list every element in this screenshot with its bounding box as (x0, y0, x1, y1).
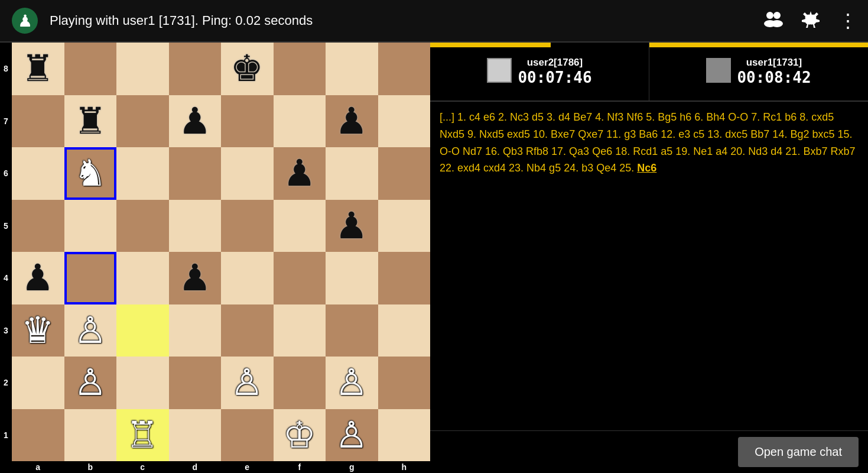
square-b6[interactable]: ♞ (64, 147, 117, 200)
square-h1[interactable] (378, 409, 431, 462)
file-h: h (378, 461, 431, 473)
square-a4[interactable]: ♟ (12, 252, 64, 304)
square-h8[interactable] (378, 43, 431, 95)
square-c5[interactable] (116, 200, 169, 252)
square-e5[interactable] (221, 200, 274, 252)
square-a7[interactable] (12, 95, 64, 148)
square-c4[interactable] (116, 252, 169, 304)
square-h2[interactable] (378, 357, 431, 409)
chess-board[interactable]: ♜♚♜♟♟♞♟♟♟♟♛♙♙♙♙♖♔♙ (12, 43, 430, 461)
square-f5[interactable] (274, 200, 326, 252)
square-a2[interactable] (12, 357, 64, 409)
piece-d7: ♟ (178, 103, 212, 140)
square-d7[interactable]: ♟ (169, 95, 222, 148)
square-g4[interactable] (326, 252, 378, 304)
piece-f1: ♔ (283, 417, 316, 453)
square-d1[interactable] (169, 409, 222, 462)
square-e4[interactable] (221, 252, 274, 304)
square-b3[interactable]: ♙ (64, 304, 117, 357)
square-d6[interactable] (169, 147, 222, 200)
square-d4[interactable]: ♟ (169, 252, 222, 304)
square-e8[interactable]: ♚ (221, 43, 274, 95)
piece-b3: ♙ (74, 312, 107, 349)
square-c1[interactable]: ♖ (116, 409, 169, 462)
svg-point-2 (766, 12, 773, 19)
square-c3[interactable] (116, 304, 169, 357)
square-g8[interactable] (326, 43, 378, 95)
square-a1[interactable] (12, 409, 64, 462)
square-h5[interactable] (378, 200, 431, 252)
file-g: g (326, 461, 378, 473)
file-f: f (274, 461, 326, 473)
square-c2[interactable] (116, 357, 169, 409)
file-d: d (169, 461, 222, 473)
topbar-icons: ⋮ (762, 7, 859, 34)
square-b7[interactable]: ♜ (64, 95, 117, 148)
rank-6: 6 (0, 147, 12, 200)
square-g7[interactable]: ♟ (326, 95, 378, 148)
square-e7[interactable] (221, 95, 274, 148)
square-f2[interactable] (274, 357, 326, 409)
square-d5[interactable] (169, 200, 222, 252)
square-g3[interactable] (326, 304, 378, 357)
square-f1[interactable]: ♔ (274, 409, 326, 462)
last-move: Nc6 (637, 162, 656, 174)
piece-a8: ♜ (21, 50, 54, 87)
piece-g5: ♟ (335, 208, 368, 244)
square-f3[interactable] (274, 304, 326, 357)
square-h6[interactable] (378, 147, 431, 200)
square-f7[interactable] (274, 95, 326, 148)
player-left-avatar (487, 58, 512, 83)
rank-5: 5 (0, 200, 12, 252)
player-left: user2[1786] 00:07:46 (430, 43, 649, 101)
square-a6[interactable] (12, 147, 64, 200)
file-c: c (116, 461, 169, 473)
rank-labels: 8 7 6 5 4 3 2 1 (0, 43, 12, 473)
square-f6[interactable]: ♟ (274, 147, 326, 200)
square-g6[interactable] (326, 147, 378, 200)
open-game-chat-button[interactable]: Open game chat (738, 437, 859, 467)
square-a3[interactable]: ♛ (12, 304, 64, 357)
square-b8[interactable] (64, 43, 117, 95)
square-h3[interactable] (378, 304, 431, 357)
users-icon[interactable] (762, 8, 785, 34)
square-h7[interactable] (378, 95, 431, 148)
square-c7[interactable] (116, 95, 169, 148)
player-left-timer-bar (430, 43, 551, 47)
piece-g1: ♙ (335, 417, 368, 453)
square-e1[interactable] (221, 409, 274, 462)
square-f8[interactable] (274, 43, 326, 95)
square-b4[interactable] (64, 252, 117, 304)
square-e6[interactable] (221, 147, 274, 200)
square-c6[interactable] (116, 147, 169, 200)
square-d8[interactable] (169, 43, 222, 95)
square-c8[interactable] (116, 43, 169, 95)
player-left-info: user2[1786] 00:07:46 (435, 57, 644, 86)
square-g2[interactable]: ♙ (326, 357, 378, 409)
square-b1[interactable] (64, 409, 117, 462)
square-g1[interactable]: ♙ (326, 409, 378, 462)
more-options-icon[interactable]: ⋮ (836, 7, 859, 34)
square-g5[interactable]: ♟ (326, 200, 378, 252)
square-d2[interactable] (169, 357, 222, 409)
square-d3[interactable] (169, 304, 222, 357)
file-b: b (64, 461, 117, 473)
svg-point-3 (773, 12, 781, 19)
square-f4[interactable] (274, 252, 326, 304)
player-right-info: user1[1731] 00:08:42 (654, 57, 863, 86)
piece-a4: ♟ (21, 260, 54, 296)
piece-g7: ♟ (335, 103, 368, 140)
piece-d4: ♟ (178, 260, 212, 296)
square-h4[interactable] (378, 252, 431, 304)
square-a5[interactable] (12, 200, 64, 252)
piece-b6: ♞ (74, 155, 107, 192)
square-e2[interactable]: ♙ (221, 357, 274, 409)
square-a8[interactable]: ♜ (12, 43, 64, 95)
rank-3: 3 (0, 304, 12, 357)
square-e3[interactable] (221, 304, 274, 357)
square-b5[interactable] (64, 200, 117, 252)
player-right-name: user1[1731] (737, 57, 811, 69)
square-b2[interactable]: ♙ (64, 357, 117, 409)
settings-icon[interactable] (799, 8, 822, 34)
rank-8: 8 (0, 43, 12, 95)
